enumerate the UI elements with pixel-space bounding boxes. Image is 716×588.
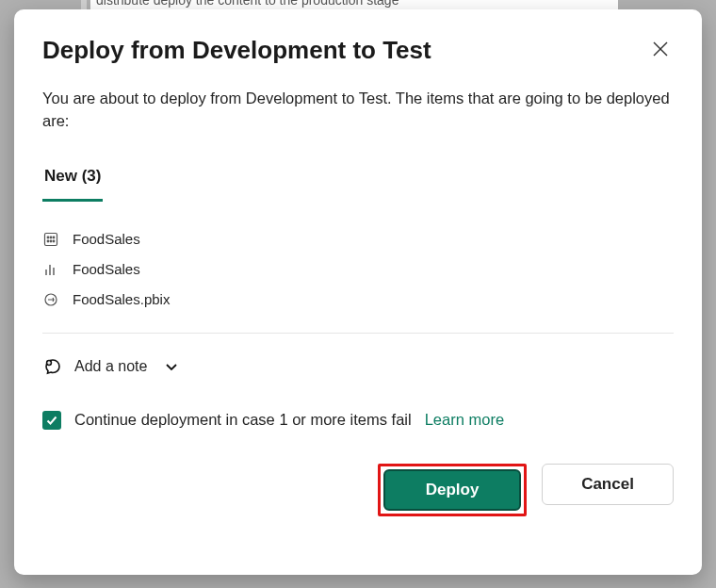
add-note-toggle[interactable]: Add a note [42, 356, 674, 377]
continue-label: Continue deployment in case 1 or more it… [74, 411, 412, 429]
svg-point-7 [50, 240, 52, 242]
divider [42, 333, 674, 334]
svg-point-5 [53, 237, 55, 238]
dialog-footer: Deploy Cancel [42, 464, 674, 516]
deploy-button[interactable]: Deploy [383, 469, 521, 511]
deploy-dialog: Deploy from Development to Test You are … [14, 9, 702, 575]
list-item: FoodSales.pbix [42, 291, 674, 308]
chevron-down-icon [164, 359, 179, 374]
learn-more-link[interactable]: Learn more [425, 411, 504, 429]
svg-point-8 [53, 240, 55, 242]
dialog-description: You are about to deploy from Development… [42, 88, 674, 133]
continue-checkbox[interactable] [42, 411, 61, 430]
report-icon [42, 261, 59, 278]
item-name: FoodSales [73, 261, 140, 277]
item-name: FoodSales [73, 231, 140, 247]
tabs-row: New (3) [42, 161, 674, 201]
dialog-header: Deploy from Development to Test [42, 36, 674, 65]
list-item: FoodSales [42, 261, 674, 278]
add-note-icon [42, 356, 63, 377]
list-item: FoodSales [42, 231, 674, 248]
close-icon [653, 41, 668, 57]
dialog-title: Deploy from Development to Test [42, 36, 431, 65]
svg-point-3 [47, 237, 49, 238]
tab-new[interactable]: New (3) [42, 161, 103, 202]
cancel-button[interactable]: Cancel [542, 464, 674, 505]
check-icon [45, 414, 58, 427]
continue-on-fail-row: Continue deployment in case 1 or more it… [42, 411, 674, 430]
svg-rect-2 [45, 233, 57, 245]
deploy-button-highlight: Deploy [378, 464, 527, 516]
dataset-icon [42, 231, 59, 248]
add-note-label: Add a note [74, 358, 147, 375]
svg-point-6 [47, 240, 49, 242]
close-button[interactable] [647, 36, 674, 62]
svg-point-4 [50, 237, 52, 238]
model-icon [42, 291, 59, 308]
item-name: FoodSales.pbix [73, 291, 170, 307]
items-list: FoodSales FoodSales FoodSales.pbix [42, 231, 674, 308]
